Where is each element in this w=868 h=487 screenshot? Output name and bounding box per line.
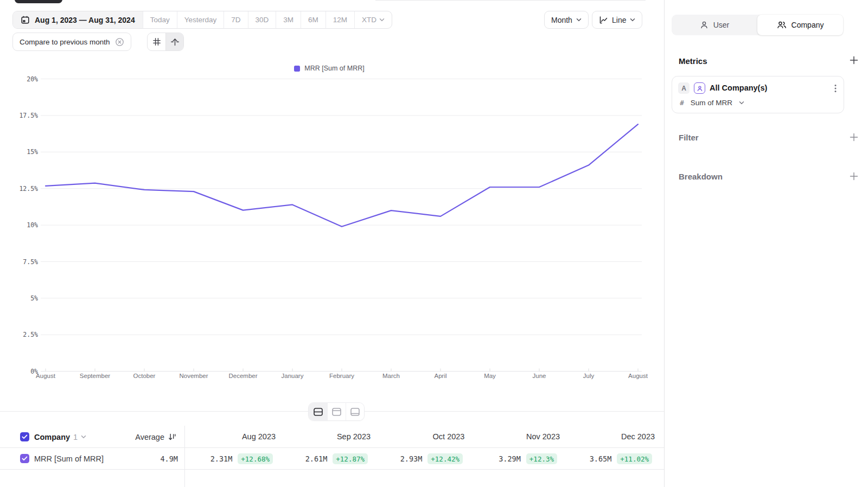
x-axis-tick-label: February: [329, 373, 354, 379]
legend-label: MRR [Sum of MRR]: [304, 65, 364, 72]
toggle-user[interactable]: User: [672, 15, 757, 35]
delta-badge: +12.3%: [526, 453, 557, 464]
y-axis-tick-label: 10%: [27, 221, 38, 229]
y-axis-tick-label: 7.5%: [23, 258, 38, 266]
preset-12m[interactable]: 12M: [326, 11, 354, 28]
x-axis-tick-label: August: [36, 373, 56, 379]
x-axis-tick-label: October: [133, 373, 156, 379]
sort-icon: [168, 433, 176, 441]
preset-30d[interactable]: 30D: [248, 11, 276, 28]
toggle-user-label: User: [713, 21, 730, 29]
date-range-group: Aug 1, 2023 — Aug 31, 2024 Today Yesterd…: [12, 11, 392, 29]
toggle-company-label: Company: [792, 21, 824, 29]
mrr-line-chart: 0%2.5%5%7.5%10%12.5%15%17.5%20%AugustSep…: [0, 0, 664, 386]
layout-table-bottom-button[interactable]: [346, 403, 364, 420]
company-icon: [777, 21, 787, 29]
metric-name: All Company(s): [710, 84, 767, 92]
preset-3m[interactable]: 3M: [276, 11, 301, 28]
add-filter-button[interactable]: [849, 132, 859, 142]
preset-6m[interactable]: 6M: [301, 11, 326, 28]
add-metric-button[interactable]: [849, 55, 859, 65]
layout-toggle-group: [308, 402, 365, 421]
calendar-icon: [21, 15, 30, 24]
right-sidebar: User Company Metrics A: [664, 0, 868, 487]
table-header-row: Company 1 Average Aug 2023 Sep 2023 Oct …: [0, 426, 664, 448]
x-axis-tick-label: December: [228, 373, 257, 379]
chevron-down-icon: [739, 101, 744, 105]
y-axis-tick-label: 17.5%: [19, 112, 38, 119]
granularity-label: Month: [551, 16, 572, 24]
compare-chip-label: Compare to previous month: [20, 38, 110, 46]
line-chart-icon: [599, 16, 608, 24]
layout-split-button[interactable]: [309, 403, 327, 420]
table-cell: 2.93M +12.42%: [401, 448, 496, 470]
series-line: [46, 124, 638, 227]
average-column-header[interactable]: Average: [0, 426, 176, 448]
average-label: Average: [135, 433, 164, 441]
y-axis-tick-label: 5%: [30, 294, 38, 302]
table-top-view-icon: [331, 407, 342, 416]
grid-toggle-button[interactable]: [148, 33, 165, 50]
preset-today[interactable]: Today: [143, 11, 177, 28]
metric-menu-button[interactable]: [832, 83, 839, 94]
remove-compare-icon[interactable]: [115, 37, 124, 47]
metric-card[interactable]: A All Company(s) # Sum of MRR: [672, 76, 844, 113]
x-axis-tick-label: June: [533, 373, 546, 379]
main-panel: 0%2.5%5%7.5%10%12.5%15%17.5%20%AugustSep…: [0, 0, 664, 487]
chart-type-dropdown[interactable]: Line: [592, 11, 642, 29]
entity-toggle: User Company: [672, 15, 843, 35]
aggregation-label: Sum of MRR: [691, 99, 732, 107]
y-axis-tick-label: 12.5%: [19, 185, 38, 193]
trend-toggle-button[interactable]: [165, 33, 183, 50]
delta-badge: +12.87%: [333, 453, 368, 464]
table-divider: [184, 426, 185, 487]
chevron-down-icon: [379, 18, 385, 22]
hash-icon: #: [680, 99, 684, 107]
preset-7d[interactable]: 7D: [224, 11, 247, 28]
aggregation-dropdown[interactable]: # Sum of MRR: [680, 99, 744, 107]
chart-type-label: Line: [612, 16, 626, 24]
preset-yesterday[interactable]: Yesterday: [177, 11, 224, 28]
chart-legend: MRR [Sum of MRR]: [0, 65, 659, 72]
filter-section-title: Filter: [679, 133, 699, 142]
chevron-down-icon: [576, 18, 582, 22]
column-header[interactable]: Oct 2023: [401, 426, 496, 448]
column-header[interactable]: Nov 2023: [495, 426, 591, 448]
filter-section: Filter: [679, 132, 859, 142]
table-cell: 3.29M +12.3%: [495, 448, 591, 470]
date-range-label: Aug 1, 2023 — Aug 31, 2024: [35, 16, 135, 24]
x-axis-tick-label: April: [434, 373, 446, 379]
add-breakdown-button[interactable]: [849, 171, 859, 181]
chevron-down-icon: [630, 18, 635, 22]
delta-badge: +11.02%: [617, 453, 652, 464]
x-axis-tick-label: August: [628, 373, 648, 379]
metrics-section-title: Metrics: [679, 56, 707, 66]
grid-icon: [152, 37, 161, 46]
table-row[interactable]: MRR [Sum of MRR] 4.9M 2.31M +12.68% 2.61…: [0, 448, 664, 470]
cell-value: 2.31M: [210, 454, 233, 463]
company-avatar-icon: [694, 82, 705, 94]
average-value: 4.9M: [0, 448, 178, 470]
analytics-app: 0%2.5%5%7.5%10%12.5%15%17.5%20%AugustSep…: [0, 0, 868, 487]
cell-value: 3.65M: [590, 454, 612, 463]
column-header[interactable]: Dec 2023: [590, 426, 664, 448]
toggle-company[interactable]: Company: [757, 15, 843, 35]
y-axis-tick-label: 15%: [27, 148, 38, 156]
layout-table-top-button[interactable]: [327, 403, 346, 420]
delta-badge: +12.68%: [238, 453, 273, 464]
x-axis-tick-label: July: [583, 373, 595, 379]
granularity-dropdown[interactable]: Month: [544, 11, 589, 29]
compare-chip[interactable]: Compare to previous month: [12, 33, 131, 51]
y-axis-tick-label: 20%: [27, 75, 38, 83]
breakdown-section-title: Breakdown: [679, 172, 723, 181]
table-cell: 3.65M +11.02%: [590, 448, 664, 470]
x-axis-tick-label: September: [80, 373, 110, 379]
cell-value: 3.29M: [499, 454, 521, 463]
column-header[interactable]: Aug 2023: [211, 426, 307, 448]
column-header[interactable]: Sep 2023: [306, 426, 401, 448]
preset-xtd[interactable]: XTD: [354, 11, 392, 28]
split-view-icon: [313, 407, 323, 416]
date-range-button[interactable]: Aug 1, 2023 — Aug 31, 2024: [13, 11, 143, 28]
legend-swatch: [294, 66, 300, 72]
arrow-up-from-line-icon: [170, 37, 180, 47]
